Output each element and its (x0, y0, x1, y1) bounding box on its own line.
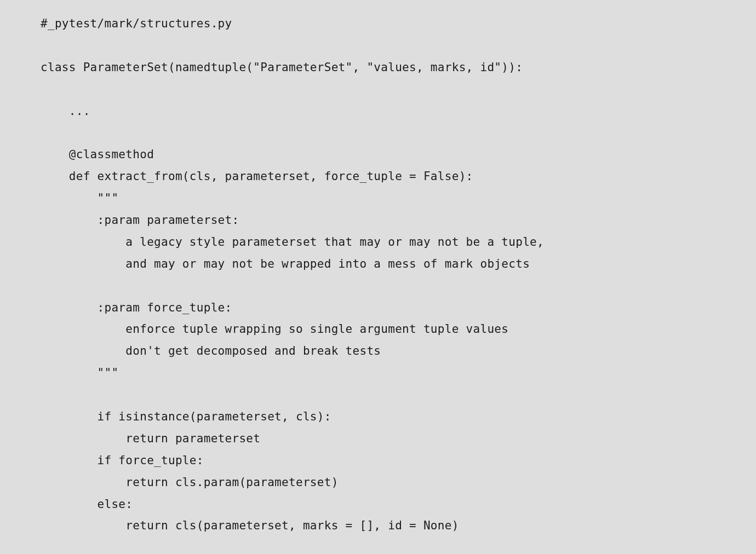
code-line: enforce tuple wrapping so single argumen… (41, 322, 508, 336)
code-line: def extract_from(cls, parameterset, forc… (41, 170, 473, 183)
code-line: return cls.param(parameterset) (41, 476, 339, 489)
code-line: return cls(parameterset, marks = [], id … (41, 519, 459, 532)
code-line: if isinstance(parameterset, cls): (41, 410, 331, 423)
code-line: else: (41, 498, 133, 511)
code-line: #_pytest/mark/structures.py (41, 17, 232, 30)
code-line: a legacy style parameterset that may or … (41, 235, 544, 249)
code-line: @classmethod (41, 148, 154, 161)
code-line: :param parameterset: (41, 213, 239, 227)
code-line: and may or may not be wrapped into a mes… (41, 257, 530, 270)
code-line: """ (41, 192, 118, 205)
code-line: :param force_tuple: (41, 301, 232, 314)
code-block: #_pytest/mark/structures.py class Parame… (0, 13, 756, 537)
code-line: """ (41, 366, 118, 379)
code-line: ... (41, 105, 90, 118)
code-line: if force_tuple: (41, 454, 204, 467)
code-line: class ParameterSet(namedtuple("Parameter… (41, 61, 523, 74)
code-line: don't get decomposed and break tests (41, 344, 381, 357)
code-line: return parameterset (41, 432, 260, 445)
